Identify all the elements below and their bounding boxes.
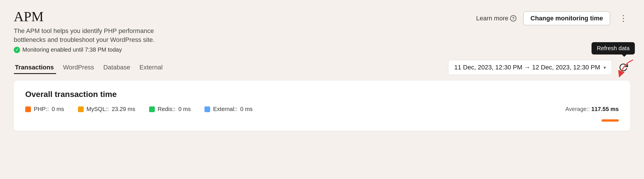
php-dot — [25, 106, 31, 112]
mysql-dot — [78, 106, 84, 112]
metric-redis: Redis:: 0 ms — [149, 106, 191, 112]
metrics-left: PHP:: 0 ms MySQL:: 23.29 ms Redis:: 0 ms… — [25, 106, 253, 112]
average-value: Average:: 117.55 ms — [565, 106, 619, 112]
metric-php: PHP:: 0 ms — [25, 106, 64, 112]
tab-database[interactable]: Database — [102, 61, 138, 74]
refresh-icon — [619, 63, 628, 72]
left-header: APM The APM tool helps you identify PHP … — [14, 9, 155, 53]
tabs-row: Transactions WordPress Database External… — [14, 60, 630, 75]
refresh-tooltip-wrapper: Refresh data — [616, 61, 630, 74]
refresh-button[interactable] — [616, 61, 630, 74]
redis-dot — [149, 106, 155, 112]
learn-more-link[interactable]: Learn more ? — [476, 15, 516, 22]
change-monitoring-button[interactable]: Change monitoring time — [523, 11, 610, 25]
tab-wordpress[interactable]: WordPress — [62, 61, 102, 74]
card-bottom — [25, 119, 619, 122]
green-check-icon — [14, 47, 20, 53]
page-title: APM — [14, 9, 155, 24]
tabs-right: 11 Dec, 2023, 12:30 PM → 12 Dec, 2023, 1… — [448, 60, 630, 75]
monitoring-status: Monitoring enabled until 7:38 PM today — [14, 46, 155, 53]
main-card: Overall transaction time PHP:: 0 ms MySQ… — [14, 81, 630, 131]
metrics-row: PHP:: 0 ms MySQL:: 23.29 ms Redis:: 0 ms… — [25, 106, 619, 112]
external-dot — [204, 106, 210, 112]
question-icon: ? — [510, 15, 516, 22]
metric-external: External:: 0 ms — [204, 106, 253, 112]
tab-external[interactable]: External — [138, 61, 171, 74]
orange-bar-hint — [602, 119, 619, 122]
date-chevron-icon: ▾ — [604, 65, 606, 70]
right-header: Learn more ? Change monitoring time ⋮ — [476, 11, 630, 25]
page-wrapper: APM The APM tool helps you identify PHP … — [0, 0, 644, 179]
date-range-selector[interactable]: 11 Dec, 2023, 12:30 PM → 12 Dec, 2023, 1… — [448, 60, 612, 75]
tab-transactions[interactable]: Transactions — [14, 61, 62, 74]
card-title: Overall transaction time — [25, 90, 619, 99]
metric-mysql: MySQL:: 23.29 ms — [78, 106, 135, 112]
header-row: APM The APM tool helps you identify PHP … — [14, 9, 630, 53]
refresh-tooltip: Refresh data — [592, 42, 635, 55]
tabs-list: Transactions WordPress Database External — [14, 61, 171, 74]
more-options-button[interactable]: ⋮ — [617, 13, 630, 24]
apm-description: The APM tool helps you identify PHP perf… — [14, 27, 155, 44]
